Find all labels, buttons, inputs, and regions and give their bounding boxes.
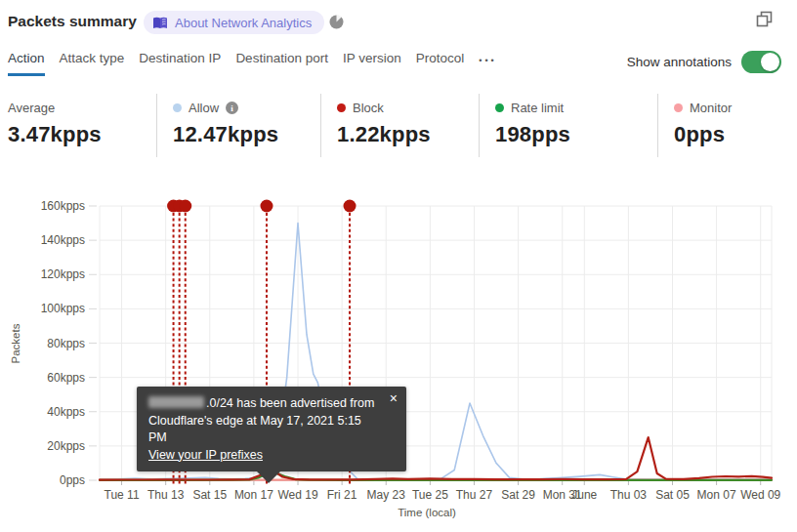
tooltip-line1: .0/24 has been advertised from	[206, 396, 374, 410]
x-tick-label: Mon 17	[234, 488, 273, 502]
tab-action[interactable]: Action	[8, 51, 45, 76]
stat-average: Average3.47kpps	[0, 94, 156, 157]
show-annotations-label: Show annotations	[627, 55, 732, 69]
series-color-dot	[495, 103, 504, 112]
x-tick-label: Thu 03	[610, 488, 648, 502]
tab-destination-ip[interactable]: Destination IP	[139, 51, 221, 73]
series-color-dot	[173, 103, 182, 112]
x-tick-label: Thu 27	[456, 488, 493, 502]
annotation-dot-marker[interactable]	[344, 200, 357, 213]
stat-allow: Allowi12.47kpps	[156, 94, 320, 157]
stat-block: Block1.22kpps	[320, 94, 479, 157]
x-tick-label: Mon 07	[697, 488, 736, 502]
close-icon[interactable]: ×	[390, 391, 398, 405]
x-tick-label: June	[571, 488, 597, 502]
show-annotations-control: Show annotations	[627, 51, 781, 73]
x-tick-label: Wed 09	[740, 488, 780, 502]
stat-value: 12.47kpps	[173, 122, 313, 147]
info-icon[interactable]: i	[226, 102, 238, 114]
x-tick-label: Sat 05	[655, 488, 690, 502]
y-tick-label: 20kpps	[47, 439, 85, 453]
stats-row: Average3.47kppsAllowi12.47kppsBlock1.22k…	[0, 94, 797, 157]
tab-destination-port[interactable]: Destination port	[235, 51, 328, 73]
about-badge-label: About Network Analytics	[175, 16, 312, 30]
x-tick-label: Fri 21	[327, 488, 357, 502]
stat-label: Rate limit	[511, 101, 564, 115]
stat-value: 198pps	[495, 122, 650, 147]
about-network-analytics-badge[interactable]: About Network Analytics	[144, 11, 324, 34]
pie-chart-icon	[329, 15, 344, 29]
stat-monitor: Monitor0pps	[657, 94, 797, 157]
y-axis-title: Packets	[10, 323, 21, 363]
y-tick-label: 0pps	[60, 473, 85, 487]
popout-icon[interactable]	[755, 10, 775, 29]
show-annotations-toggle[interactable]	[741, 51, 781, 73]
x-tick-label: Sat 15	[192, 488, 227, 502]
tooltip-caret	[256, 471, 281, 483]
x-tick-label: Tue 25	[412, 488, 448, 502]
y-tick-label: 100kpps	[41, 302, 85, 315]
stat-value: 1.22kpps	[337, 122, 471, 147]
x-tick-label: Wed 19	[277, 488, 317, 502]
tab-ip-version[interactable]: IP version	[343, 51, 401, 73]
page-title: Packets summary	[8, 13, 137, 30]
annotation-tooltip: × .0/24 has been advertised from Cloudfl…	[137, 387, 406, 471]
y-tick-label: 120kpps	[41, 267, 85, 281]
tabs-more-icon[interactable]: •••	[479, 51, 496, 65]
stat-label: Block	[353, 101, 384, 115]
series-color-dot	[337, 103, 346, 112]
x-tick-label: Thu 13	[147, 488, 185, 502]
stat-value: 3.47kpps	[8, 122, 148, 147]
y-tick-label: 60kpps	[47, 371, 85, 385]
x-axis-title: Time (local)	[398, 507, 456, 518]
tooltip-line2: Cloudflare's edge at May 17, 2021 5:15 P…	[148, 414, 361, 445]
annotation-dot-marker[interactable]	[260, 200, 273, 213]
stat-value: 0pps	[674, 122, 789, 147]
x-tick-label: May 23	[367, 488, 406, 502]
header: Packets summary About Network Analytics	[0, 0, 797, 43]
tab-bar: ActionAttack typeDestination IPDestinati…	[8, 51, 497, 76]
tab-protocol[interactable]: Protocol	[416, 51, 465, 73]
stat-label: Monitor	[690, 101, 732, 115]
packets-chart: 0pps20kpps40kpps60kpps80kpps100kpps120kp…	[0, 190, 797, 532]
stat-rate-limit: Rate limit198pps	[479, 94, 657, 157]
series-color-dot	[674, 103, 683, 112]
redacted-ip-prefix	[148, 396, 204, 408]
y-tick-label: 80kpps	[47, 337, 85, 350]
y-tick-label: 140kpps	[41, 233, 85, 247]
tab-attack-type[interactable]: Attack type	[60, 51, 125, 73]
x-tick-label: Sat 29	[501, 488, 535, 502]
x-tick-label: Tue 11	[105, 488, 140, 502]
y-tick-label: 40kpps	[47, 405, 85, 419]
stat-label: Allow	[189, 101, 219, 115]
view-ip-prefixes-link[interactable]: View your IP prefixes	[148, 448, 263, 462]
annotation-dot-marker[interactable]	[179, 200, 191, 213]
stat-label: Average	[8, 101, 55, 115]
y-tick-label: 160kpps	[41, 199, 85, 213]
toggle-knob	[761, 53, 779, 71]
book-icon	[152, 17, 168, 29]
